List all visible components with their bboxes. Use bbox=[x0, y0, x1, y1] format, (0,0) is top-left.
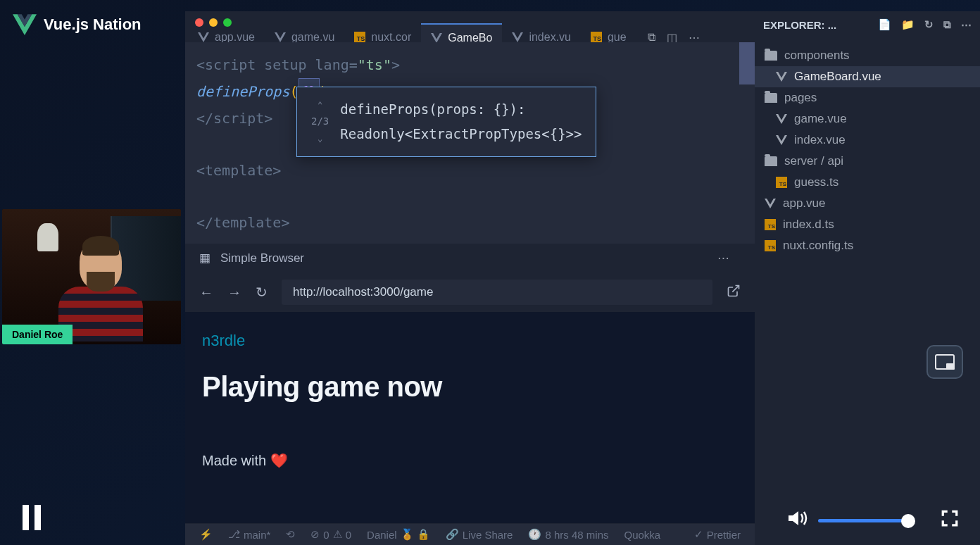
vue-icon bbox=[13, 14, 37, 35]
refresh-icon[interactable]: ↻ bbox=[924, 18, 934, 31]
pause-button[interactable] bbox=[21, 505, 42, 536]
folder-components[interactable]: components bbox=[755, 45, 980, 66]
file-nuxt-config[interactable]: TS nuxt.config.ts bbox=[755, 235, 980, 256]
signature-counter: 2/3 bbox=[311, 113, 329, 131]
file-index-vue[interactable]: index.vue bbox=[755, 130, 980, 151]
vue-file-icon bbox=[776, 135, 787, 145]
svg-rect-1 bbox=[23, 505, 29, 530]
pip-icon bbox=[935, 354, 955, 370]
explorer-panel: EXPLORER: ... 📄 📁 ↻ ⧉ ⋯ bbox=[755, 11, 980, 42]
file-app-vue[interactable]: app.vue bbox=[755, 193, 980, 214]
volume-thumb[interactable] bbox=[901, 514, 915, 528]
signature-prev-icon[interactable]: ⌃ bbox=[318, 97, 322, 113]
folder-server-api[interactable]: server / api bbox=[755, 151, 980, 172]
minimize-window-button[interactable] bbox=[209, 18, 218, 27]
vue-file-icon bbox=[198, 32, 209, 42]
folder-icon bbox=[765, 93, 777, 103]
speaker-name-tag: Daniel Roe bbox=[2, 325, 73, 344]
vue-file-icon bbox=[765, 199, 776, 208]
app-heading: Playing game now bbox=[202, 371, 735, 403]
window-controls bbox=[195, 18, 232, 27]
more-icon[interactable]: ⋯ bbox=[708, 251, 741, 265]
code-editor[interactable]: <script setup lang="ts"> defineProps({})… bbox=[185, 42, 755, 244]
vue-file-icon bbox=[431, 33, 442, 43]
webcam-feed: Daniel Roe bbox=[2, 209, 181, 344]
signature-help-tooltip: ⌃ 2/3 ⌄ defineProps(props: {}): Readonly… bbox=[296, 87, 596, 157]
new-file-icon[interactable]: 📄 bbox=[878, 18, 891, 31]
forward-button[interactable]: → bbox=[227, 284, 241, 301]
svg-rect-2 bbox=[34, 505, 41, 530]
more-icon[interactable]: ⋯ bbox=[961, 18, 972, 31]
new-folder-icon[interactable]: 📁 bbox=[901, 18, 915, 31]
browser-icon: ▦ bbox=[199, 251, 211, 265]
vscode-window: app.vue game.vu TS nuxt.cor GameBo index… bbox=[185, 11, 980, 545]
file-guess-ts[interactable]: TS guess.ts bbox=[755, 172, 980, 193]
vue-file-icon bbox=[776, 72, 787, 82]
volume-icon[interactable] bbox=[789, 510, 808, 531]
browser-viewport: n3rdle Playing game now Made with ❤️ bbox=[185, 312, 755, 523]
file-tree: components GameBoard.vue pages game.vue … bbox=[755, 42, 980, 545]
file-gameboard-vue[interactable]: GameBoard.vue bbox=[755, 66, 980, 87]
ts-file-icon: TS bbox=[776, 177, 787, 188]
brand-logo: Vue.js Nation bbox=[13, 14, 142, 35]
volume-slider[interactable] bbox=[818, 519, 910, 522]
ts-file-icon: TS bbox=[354, 32, 365, 43]
vue-file-icon bbox=[776, 114, 787, 124]
vue-file-icon bbox=[512, 32, 523, 42]
editor-tabs: app.vue game.vu TS nuxt.cor GameBo index… bbox=[185, 11, 755, 42]
close-window-button[interactable] bbox=[195, 18, 203, 27]
ts-file-icon: TS bbox=[765, 240, 776, 251]
file-index-dts[interactable]: TS index.d.ts bbox=[755, 214, 980, 235]
url-input[interactable]: http://localhost:3000/game bbox=[282, 280, 712, 305]
browser-nav: ← → ↻ http://localhost:3000/game bbox=[185, 272, 755, 312]
collapse-icon[interactable]: ⧉ bbox=[943, 18, 951, 31]
brand-text: Vue.js Nation bbox=[44, 15, 142, 34]
folder-pages[interactable]: pages bbox=[755, 87, 980, 108]
explorer-header: EXPLORER: ... 📄 📁 ↻ ⧉ ⋯ bbox=[755, 11, 980, 38]
file-game-vue[interactable]: game.vue bbox=[755, 108, 980, 130]
open-external-icon[interactable] bbox=[727, 284, 741, 301]
ts-file-icon: TS bbox=[591, 32, 602, 43]
app-footer: Made with ❤️ bbox=[202, 452, 735, 469]
fullscreen-button[interactable] bbox=[941, 509, 959, 532]
maximize-window-button[interactable] bbox=[223, 18, 232, 27]
reload-button[interactable]: ↻ bbox=[256, 284, 268, 301]
pip-button[interactable] bbox=[926, 345, 963, 379]
minimap[interactable] bbox=[739, 42, 755, 84]
heart-icon: ❤️ bbox=[270, 453, 288, 468]
app-title: n3rdle bbox=[202, 332, 735, 350]
svg-line-0 bbox=[732, 286, 739, 292]
video-controls bbox=[0, 496, 980, 545]
pause-icon bbox=[21, 505, 42, 530]
signature-next-icon[interactable]: ⌄ bbox=[318, 131, 322, 146]
folder-icon bbox=[765, 51, 777, 61]
vue-file-icon bbox=[275, 32, 286, 42]
ts-file-icon: TS bbox=[765, 219, 776, 230]
back-button[interactable]: ← bbox=[199, 284, 213, 301]
folder-icon bbox=[765, 156, 777, 166]
simple-browser-tab[interactable]: ▦ Simple Browser ⋯ bbox=[185, 244, 755, 272]
explorer-title: EXPLORER: ... bbox=[763, 19, 836, 31]
